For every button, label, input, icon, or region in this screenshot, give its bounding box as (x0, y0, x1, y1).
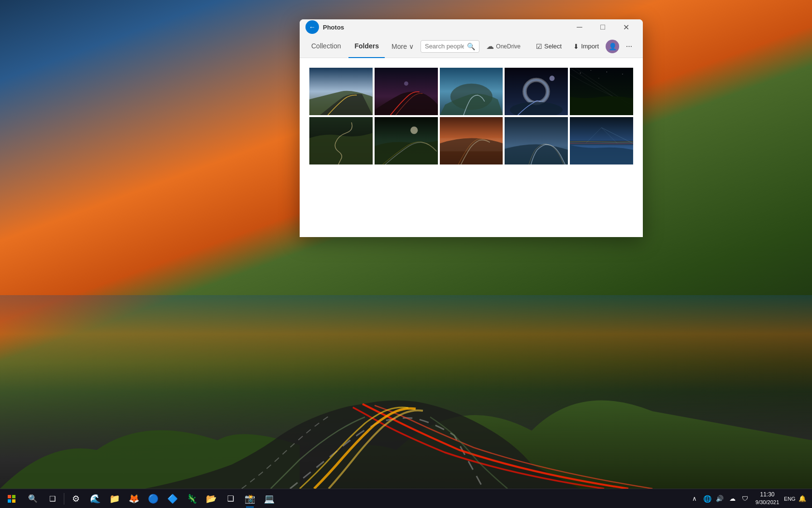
select-button[interactable]: ☑ Select (531, 40, 566, 53)
title-bar-controls: ─ □ ✕ (568, 19, 637, 35)
import-label: Import (581, 43, 599, 50)
search-input[interactable] (425, 43, 464, 50)
svg-point-19 (410, 127, 418, 134)
taskbar-search-icon: 🔍 (28, 494, 38, 503)
photo-item[interactable] (440, 68, 503, 115)
onedrive-button[interactable]: ☁ OneDrive (481, 39, 525, 54)
files-icon: 📁 (109, 493, 120, 504)
chevron-down-icon: ∨ (409, 43, 414, 50)
photo-item[interactable] (505, 117, 568, 164)
notification-icon: 🔔 (798, 495, 806, 502)
svg-point-3 (404, 81, 408, 86)
more-options-button[interactable]: ⋯ (621, 40, 637, 53)
firefox-icon: 🦊 (129, 493, 139, 504)
tray-network[interactable]: 🌐 (701, 489, 713, 508)
taskbar-terminal2[interactable]: 💻 (260, 489, 279, 508)
action-buttons: ☑ Select ⬇ Import 👤 ⋯ (531, 40, 637, 53)
taskbar-search[interactable]: 🔍 (23, 489, 43, 508)
svg-point-13 (591, 70, 591, 71)
tray-notification[interactable]: 🔔 (797, 489, 808, 508)
shield-icon: 🛡 (742, 495, 748, 502)
svg-point-9 (550, 75, 555, 81)
photo-item[interactable] (570, 68, 633, 115)
tray-onedrive[interactable]: ☁ (726, 489, 738, 508)
maximize-button[interactable]: □ (592, 19, 614, 35)
more-label: More (392, 43, 407, 50)
close-button[interactable]: ✕ (615, 19, 637, 35)
svg-point-14 (607, 72, 607, 72)
system-tray: ∧ 🌐 🔊 ☁ 🛡 11:30 9/30/2021 ENG 🔔 (685, 489, 812, 508)
photo-item[interactable] (505, 68, 568, 115)
photos-icon: 📸 (245, 493, 255, 504)
select-label: Select (544, 43, 562, 50)
select-icon: ☑ (536, 43, 542, 50)
tray-lang[interactable]: ENG (784, 489, 796, 508)
photos-window: ← Photos ─ □ ✕ Collection Folders More ∨… (300, 19, 643, 237)
svg-point-12 (580, 73, 580, 73)
task-view-icon: ❑ (49, 494, 56, 503)
title-bar-left: ← Photos (305, 20, 344, 34)
clock-date: 9/30/2021 (755, 499, 779, 506)
taskbar-app2[interactable]: 🦎 (182, 489, 202, 508)
language-label: ENG (784, 496, 796, 502)
photo-item[interactable] (309, 117, 373, 164)
app2-icon: 🦎 (187, 493, 197, 504)
search-icon: 🔍 (467, 43, 475, 50)
settings-icon: ⚙ (72, 493, 80, 504)
more-menu-button[interactable]: More ∨ (387, 40, 419, 53)
windows-logo (8, 495, 15, 503)
taskbar-app1[interactable]: 🔷 (163, 489, 182, 508)
start-button[interactable] (0, 489, 23, 508)
tab-collection[interactable]: Collection (305, 35, 347, 58)
import-icon: ⬇ (573, 43, 579, 50)
chrome-icon: 🔵 (148, 493, 159, 504)
tray-chevron[interactable]: ∧ (689, 489, 700, 508)
clock[interactable]: 11:30 9/30/2021 (752, 491, 783, 506)
taskbar-explorer[interactable]: 📂 (202, 489, 221, 508)
back-button[interactable]: ← (305, 20, 319, 34)
taskbar-files[interactable]: 📁 (105, 489, 124, 508)
app1-icon: 🔷 (167, 493, 178, 504)
taskbar-settings[interactable]: ⚙ (66, 489, 86, 508)
user-avatar[interactable]: 👤 (606, 40, 619, 53)
tray-defender[interactable]: 🛡 (739, 489, 751, 508)
svg-rect-21 (440, 138, 503, 151)
svg-point-15 (623, 74, 623, 75)
taskbar-photos[interactable]: 📸 (240, 489, 260, 508)
content-area (300, 58, 643, 237)
photo-item[interactable] (309, 68, 373, 115)
onedrive-tray-icon: ☁ (729, 495, 736, 502)
photo-item[interactable] (440, 117, 503, 164)
minimize-button[interactable]: ─ (568, 19, 591, 35)
taskbar: 🔍 ❑ ⚙ 🌊 📁 🦊 🔵 🔷 🦎 📂 (0, 489, 812, 508)
clock-time: 11:30 (755, 491, 779, 499)
network-icon: 🌐 (703, 495, 711, 503)
taskbar-divider (64, 493, 64, 505)
taskbar-task-view[interactable]: ❑ (43, 489, 62, 508)
app-title: Photos (323, 24, 344, 31)
taskbar-edge[interactable]: 🌊 (86, 489, 105, 508)
tab-folders[interactable]: Folders (348, 35, 385, 58)
taskbar-firefox[interactable]: 🦊 (124, 489, 144, 508)
taskbar-left: 🔍 ❑ ⚙ 🌊 📁 🦊 🔵 🔷 🦎 📂 (0, 489, 685, 508)
title-bar: ← Photos ─ □ ✕ (300, 19, 643, 35)
taskbar-chrome[interactable]: 🔵 (144, 489, 163, 508)
back-icon: ← (309, 23, 316, 31)
photo-grid (309, 68, 633, 164)
onedrive-label: OneDrive (496, 43, 521, 50)
terminal2-icon: 💻 (264, 493, 275, 504)
photo-item[interactable] (375, 68, 438, 115)
tray-volume[interactable]: 🔊 (714, 489, 725, 508)
onedrive-icon: ☁ (486, 42, 494, 51)
photo-item[interactable] (375, 117, 438, 164)
explorer-icon: 📂 (206, 493, 217, 504)
terminal-icon: ❑ (227, 494, 234, 503)
search-box[interactable]: 🔍 (420, 40, 479, 53)
edge-icon: 🌊 (90, 493, 101, 504)
photo-item[interactable] (570, 117, 633, 164)
volume-icon: 🔊 (716, 495, 724, 502)
import-button[interactable]: ⬇ Import (568, 40, 604, 53)
taskbar-terminal[interactable]: ❑ (221, 489, 240, 508)
toolbar: Collection Folders More ∨ 🔍 ☁ OneDrive ☑… (300, 35, 643, 58)
road-overlay (0, 266, 812, 508)
